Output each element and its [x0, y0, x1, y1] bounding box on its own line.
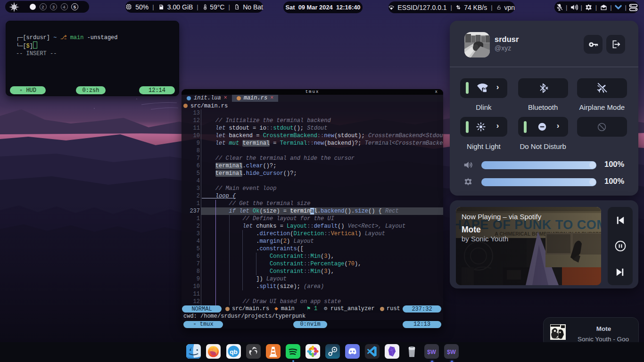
svg-text:qb: qb	[230, 348, 238, 355]
svg-text:$W: $W	[427, 349, 436, 355]
svg-text:$W: $W	[447, 349, 456, 355]
